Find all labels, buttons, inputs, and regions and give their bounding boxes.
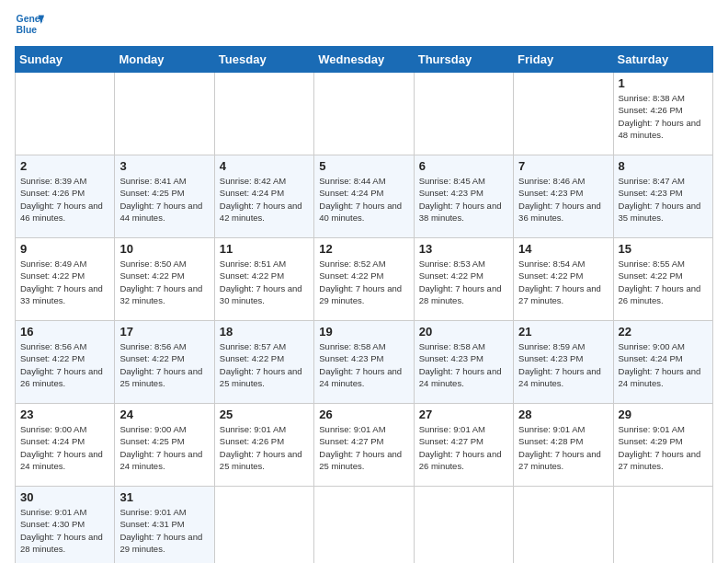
day-detail: Sunrise: 9:01 AM Sunset: 4:28 PM Dayligh…: [518, 423, 608, 472]
day-number: 15: [619, 242, 708, 256]
calendar-cell: 26 Sunrise: 9:01 AM Sunset: 4:27 PM Dayl…: [314, 404, 414, 487]
day-number: 25: [220, 408, 309, 421]
calendar-cell: 7 Sunrise: 8:46 AM Sunset: 4:23 PM Dayli…: [514, 155, 613, 238]
day-number: 27: [419, 408, 508, 421]
page: General Blue SundayMondayTuesdayWednesda…: [0, 0, 728, 563]
day-detail: Sunrise: 8:38 AM Sunset: 4:26 PM Dayligh…: [619, 92, 708, 141]
calendar-header-wednesday: Wednesday: [314, 47, 414, 73]
day-detail: Sunrise: 8:50 AM Sunset: 4:22 PM Dayligh…: [119, 258, 209, 306]
calendar-cell: [613, 487, 712, 564]
calendar-cell: 12 Sunrise: 8:52 AM Sunset: 4:22 PM Dayl…: [314, 238, 414, 321]
day-detail: Sunrise: 8:39 AM Sunset: 4:26 PM Dayligh…: [20, 175, 109, 224]
calendar-cell: [16, 73, 115, 155]
calendar-cell: 3 Sunrise: 8:41 AM Sunset: 4:25 PM Dayli…: [115, 155, 214, 238]
day-number: 16: [20, 325, 109, 339]
calendar-header-thursday: Thursday: [414, 47, 513, 73]
day-detail: Sunrise: 9:01 AM Sunset: 4:29 PM Dayligh…: [619, 423, 708, 472]
day-number: 13: [419, 242, 508, 256]
day-number: 14: [518, 242, 608, 256]
calendar-body: 1 Sunrise: 8:38 AM Sunset: 4:26 PM Dayli…: [16, 73, 713, 564]
day-detail: Sunrise: 8:52 AM Sunset: 4:22 PM Dayligh…: [319, 258, 408, 306]
day-detail: Sunrise: 8:55 AM Sunset: 4:22 PM Dayligh…: [619, 258, 708, 306]
day-detail: Sunrise: 8:56 AM Sunset: 4:22 PM Dayligh…: [20, 340, 109, 389]
day-number: 28: [518, 408, 608, 421]
calendar-cell: 11 Sunrise: 8:51 AM Sunset: 4:22 PM Dayl…: [214, 238, 313, 321]
calendar: SundayMondayTuesdayWednesdayThursdayFrid…: [15, 46, 713, 563]
logo-icon: General Blue: [15, 9, 44, 39]
day-number: 2: [20, 159, 109, 173]
calendar-week-6: 30 Sunrise: 9:01 AM Sunset: 4:30 PM Dayl…: [16, 487, 713, 564]
calendar-cell: 2 Sunrise: 8:39 AM Sunset: 4:26 PM Dayli…: [16, 155, 115, 238]
day-number: 24: [119, 408, 209, 421]
calendar-cell: [414, 73, 513, 155]
day-detail: Sunrise: 9:00 AM Sunset: 4:25 PM Dayligh…: [119, 423, 209, 472]
day-detail: Sunrise: 8:42 AM Sunset: 4:24 PM Dayligh…: [220, 175, 309, 224]
calendar-cell: 17 Sunrise: 8:56 AM Sunset: 4:22 PM Dayl…: [115, 321, 214, 404]
calendar-cell: [214, 487, 313, 564]
logo: General Blue: [15, 9, 44, 39]
calendar-cell: [214, 73, 313, 155]
day-detail: Sunrise: 8:41 AM Sunset: 4:25 PM Dayligh…: [119, 175, 209, 224]
calendar-cell: 21 Sunrise: 8:59 AM Sunset: 4:23 PM Dayl…: [514, 321, 613, 404]
day-detail: Sunrise: 8:47 AM Sunset: 4:23 PM Dayligh…: [619, 175, 708, 224]
calendar-cell: 28 Sunrise: 9:01 AM Sunset: 4:28 PM Dayl…: [514, 404, 613, 487]
day-detail: Sunrise: 9:00 AM Sunset: 4:24 PM Dayligh…: [619, 340, 708, 389]
calendar-cell: 4 Sunrise: 8:42 AM Sunset: 4:24 PM Dayli…: [214, 155, 313, 238]
day-detail: Sunrise: 9:01 AM Sunset: 4:30 PM Dayligh…: [20, 506, 109, 555]
calendar-cell: 20 Sunrise: 8:58 AM Sunset: 4:23 PM Dayl…: [414, 321, 513, 404]
day-number: 10: [119, 242, 209, 256]
header: General Blue: [15, 9, 713, 39]
day-detail: Sunrise: 9:01 AM Sunset: 4:27 PM Dayligh…: [319, 423, 408, 472]
day-detail: Sunrise: 9:01 AM Sunset: 4:27 PM Dayligh…: [419, 423, 508, 472]
day-number: 26: [319, 408, 408, 421]
day-number: 11: [220, 242, 309, 256]
calendar-header-row: SundayMondayTuesdayWednesdayThursdayFrid…: [16, 47, 713, 73]
day-number: 5: [319, 159, 408, 173]
calendar-cell: 22 Sunrise: 9:00 AM Sunset: 4:24 PM Dayl…: [613, 321, 712, 404]
day-number: 31: [119, 490, 209, 504]
calendar-cell: 13 Sunrise: 8:53 AM Sunset: 4:22 PM Dayl…: [414, 238, 513, 321]
calendar-week-4: 16 Sunrise: 8:56 AM Sunset: 4:22 PM Dayl…: [16, 321, 713, 404]
day-number: 29: [619, 408, 708, 421]
day-detail: Sunrise: 8:57 AM Sunset: 4:22 PM Dayligh…: [220, 340, 309, 389]
calendar-cell: [314, 487, 414, 564]
day-number: 1: [619, 76, 708, 90]
calendar-cell: 25 Sunrise: 9:01 AM Sunset: 4:26 PM Dayl…: [214, 404, 313, 487]
day-number: 4: [220, 159, 309, 173]
day-detail: Sunrise: 8:44 AM Sunset: 4:24 PM Dayligh…: [319, 175, 408, 224]
calendar-cell: 15 Sunrise: 8:55 AM Sunset: 4:22 PM Dayl…: [613, 238, 712, 321]
calendar-cell: 30 Sunrise: 9:01 AM Sunset: 4:30 PM Dayl…: [16, 487, 115, 564]
calendar-cell: [115, 73, 214, 155]
calendar-cell: 16 Sunrise: 8:56 AM Sunset: 4:22 PM Dayl…: [16, 321, 115, 404]
calendar-cell: 1 Sunrise: 8:38 AM Sunset: 4:26 PM Dayli…: [613, 73, 712, 155]
day-detail: Sunrise: 8:54 AM Sunset: 4:22 PM Dayligh…: [518, 258, 608, 306]
day-number: 21: [518, 325, 608, 339]
calendar-cell: [314, 73, 414, 155]
calendar-cell: 14 Sunrise: 8:54 AM Sunset: 4:22 PM Dayl…: [514, 238, 613, 321]
calendar-week-3: 9 Sunrise: 8:49 AM Sunset: 4:22 PM Dayli…: [16, 238, 713, 321]
day-number: 3: [119, 159, 209, 173]
day-detail: Sunrise: 8:46 AM Sunset: 4:23 PM Dayligh…: [518, 175, 608, 224]
day-number: 12: [319, 242, 408, 256]
day-detail: Sunrise: 8:53 AM Sunset: 4:22 PM Dayligh…: [419, 258, 508, 306]
calendar-header-sunday: Sunday: [16, 47, 115, 73]
day-number: 19: [319, 325, 408, 339]
day-detail: Sunrise: 8:45 AM Sunset: 4:23 PM Dayligh…: [419, 175, 508, 224]
day-number: 9: [20, 242, 109, 256]
calendar-cell: [414, 487, 513, 564]
calendar-cell: 18 Sunrise: 8:57 AM Sunset: 4:22 PM Dayl…: [214, 321, 313, 404]
calendar-header-friday: Friday: [514, 47, 613, 73]
calendar-cell: 8 Sunrise: 8:47 AM Sunset: 4:23 PM Dayli…: [613, 155, 712, 238]
day-detail: Sunrise: 9:01 AM Sunset: 4:26 PM Dayligh…: [220, 423, 309, 472]
calendar-header-tuesday: Tuesday: [214, 47, 313, 73]
day-number: 18: [220, 325, 309, 339]
day-number: 20: [419, 325, 508, 339]
calendar-header-monday: Monday: [115, 47, 214, 73]
day-detail: Sunrise: 8:49 AM Sunset: 4:22 PM Dayligh…: [20, 258, 109, 306]
day-detail: Sunrise: 8:58 AM Sunset: 4:23 PM Dayligh…: [319, 340, 408, 389]
calendar-cell: 5 Sunrise: 8:44 AM Sunset: 4:24 PM Dayli…: [314, 155, 414, 238]
day-number: 23: [20, 408, 109, 421]
calendar-cell: 6 Sunrise: 8:45 AM Sunset: 4:23 PM Dayli…: [414, 155, 513, 238]
calendar-cell: [514, 487, 613, 564]
day-number: 30: [20, 490, 109, 504]
